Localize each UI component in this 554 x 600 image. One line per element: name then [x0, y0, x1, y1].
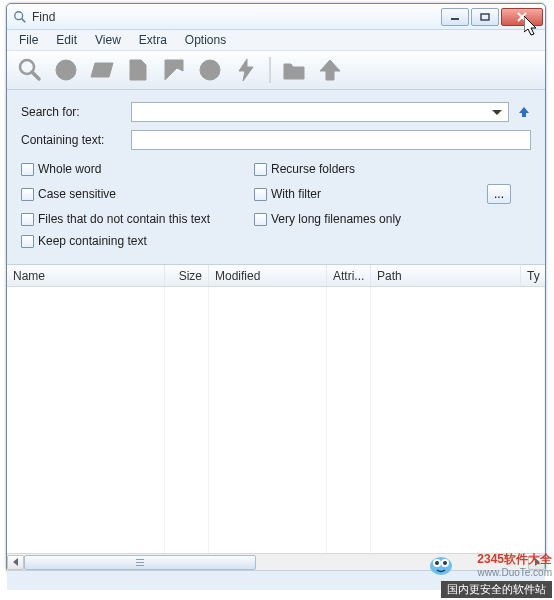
- scroll-left-button[interactable]: [7, 555, 24, 570]
- menubar: File Edit View Extra Options: [7, 30, 545, 50]
- svg-point-21: [435, 561, 439, 565]
- label-keep-containing: Keep containing text: [38, 234, 147, 248]
- label-whole-word: Whole word: [38, 162, 101, 176]
- search-icon[interactable]: [17, 57, 43, 83]
- bolt-icon[interactable]: [233, 57, 259, 83]
- svg-rect-3: [481, 14, 489, 20]
- magnifier-icon: [13, 10, 27, 24]
- results-list[interactable]: [7, 287, 545, 553]
- label-case-sensitive: Case sensitive: [38, 187, 116, 201]
- svg-marker-15: [13, 558, 18, 566]
- document-icon[interactable]: [125, 57, 151, 83]
- checkbox-very-long-filenames[interactable]: [254, 213, 267, 226]
- svg-line-1: [22, 18, 26, 22]
- checkbox-case-sensitive[interactable]: [21, 188, 34, 201]
- toolbar: [7, 50, 545, 90]
- svg-marker-14: [519, 107, 529, 117]
- check-with-filter[interactable]: With filter: [254, 184, 487, 204]
- menu-edit[interactable]: Edit: [48, 31, 85, 49]
- check-very-long-filenames[interactable]: Very long filenames only: [254, 212, 531, 226]
- menu-view[interactable]: View: [87, 31, 129, 49]
- results-area: Name Size Modified Attri... Path Ty: [7, 264, 545, 570]
- check-keep-containing[interactable]: Keep containing text: [21, 234, 487, 248]
- checkbox-keep-containing[interactable]: [21, 235, 34, 248]
- svg-line-7: [32, 72, 39, 79]
- close-button[interactable]: [501, 8, 543, 26]
- check-files-not-contain[interactable]: Files that do not contain this text: [21, 212, 254, 226]
- col-size[interactable]: Size: [165, 265, 209, 286]
- containing-text-label: Containing text:: [21, 133, 131, 147]
- collapse-arrow-icon[interactable]: [517, 105, 531, 119]
- watermark: 2345软件大全 www.DuoTe.com 国内更安全的软件站: [441, 552, 552, 598]
- search-for-row: Search for:: [21, 102, 531, 122]
- circle-icon[interactable]: [53, 57, 79, 83]
- search-for-label: Search for:: [21, 105, 131, 119]
- svg-point-11: [200, 60, 220, 80]
- circle-solid-icon[interactable]: [197, 57, 223, 83]
- find-window: Find File Edit View Extra Options: [6, 3, 546, 573]
- filter-browse-button[interactable]: ...: [487, 184, 511, 204]
- svg-marker-13: [320, 60, 340, 80]
- scrollbar-thumb[interactable]: [24, 555, 256, 570]
- minimize-button[interactable]: [441, 8, 469, 26]
- svg-marker-10: [165, 60, 183, 80]
- watermark-footer: 国内更安全的软件站: [441, 581, 552, 598]
- col-path[interactable]: Path: [371, 265, 521, 286]
- window-controls: [439, 8, 545, 26]
- folder-icon[interactable]: [281, 57, 307, 83]
- col-modified[interactable]: Modified: [209, 265, 327, 286]
- checkbox-files-not-contain[interactable]: [21, 213, 34, 226]
- check-case-sensitive[interactable]: Case sensitive: [21, 184, 254, 204]
- maximize-button[interactable]: [471, 8, 499, 26]
- check-whole-word[interactable]: Whole word: [21, 162, 254, 176]
- col-name[interactable]: Name: [7, 265, 165, 286]
- col-attri[interactable]: Attri...: [327, 265, 371, 286]
- options-grid: Whole word Recurse folders Case sensitiv…: [21, 158, 531, 258]
- parallelogram-icon[interactable]: [89, 57, 115, 83]
- checkbox-recurse-folders[interactable]: [254, 163, 267, 176]
- check-recurse-folders[interactable]: Recurse folders: [254, 162, 487, 176]
- watermark-url: www.DuoTe.com: [441, 567, 552, 579]
- columns-header: Name Size Modified Attri... Path Ty: [7, 265, 545, 287]
- search-for-combo[interactable]: [131, 102, 509, 122]
- arrow-up-icon[interactable]: [317, 57, 343, 83]
- svg-marker-9: [91, 63, 113, 77]
- containing-text-row: Containing text:: [21, 130, 531, 150]
- svg-point-0: [15, 11, 23, 19]
- svg-marker-12: [239, 59, 253, 81]
- svg-point-8: [56, 60, 76, 80]
- checkbox-whole-word[interactable]: [21, 163, 34, 176]
- flag-icon[interactable]: [161, 57, 187, 83]
- watermark-brand: 2345软件大全: [477, 552, 552, 566]
- menu-extra[interactable]: Extra: [131, 31, 175, 49]
- checkbox-with-filter[interactable]: [254, 188, 267, 201]
- menu-file[interactable]: File: [11, 31, 46, 49]
- window-title: Find: [32, 10, 55, 24]
- label-files-not-contain: Files that do not contain this text: [38, 212, 210, 226]
- containing-text-input[interactable]: [131, 130, 531, 150]
- toolbar-separator: [269, 57, 271, 83]
- search-panel: Search for: Containing text: Whole word …: [7, 90, 545, 264]
- col-ty[interactable]: Ty: [521, 265, 545, 286]
- label-with-filter: With filter: [271, 187, 321, 201]
- menu-options[interactable]: Options: [177, 31, 234, 49]
- label-very-long-filenames: Very long filenames only: [271, 212, 401, 226]
- titlebar: Find: [7, 4, 545, 30]
- label-recurse-folders: Recurse folders: [271, 162, 355, 176]
